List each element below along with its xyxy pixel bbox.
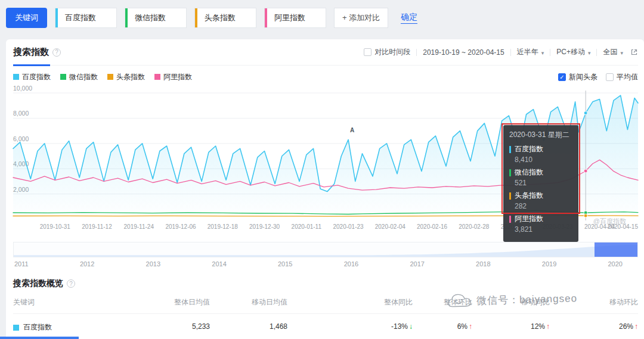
keyword-color-chip: [13, 325, 19, 331]
legend-label: 阿里指数: [163, 72, 192, 82]
keyword-tab-2[interactable]: 微信指数: [125, 8, 187, 28]
compare-period-label: 对比时间段: [374, 47, 410, 57]
keyword-tab-1[interactable]: 百度指数: [55, 8, 117, 28]
legend-label: 百度指数: [22, 72, 51, 82]
tab-color-stripe: [55, 8, 58, 27]
y-axis-label: 6,000: [13, 135, 29, 142]
legend-color-chip: [13, 74, 19, 80]
tooltip-series-label: 头条指数: [515, 191, 543, 201]
timeline-year-label: 2020: [608, 260, 623, 268]
legend-color-chip: [154, 74, 160, 80]
legend-toggle-2[interactable]: 平均值: [606, 72, 638, 82]
tooltip-item-3: 头条指数282: [509, 191, 572, 210]
timeline-years: 2011201220132014201520162017201820192020: [13, 257, 638, 268]
legend-toggle-1[interactable]: 新闻头条: [558, 72, 597, 82]
tooltip-color-bar: [509, 169, 511, 176]
keyword-label: 百度指数: [23, 322, 52, 332]
hover-dot: [584, 169, 587, 173]
x-axis-label: 2019-12-30: [249, 223, 280, 230]
chevron-down-icon: [620, 48, 623, 57]
checkbox-icon[interactable]: [606, 73, 614, 81]
legend-item-1[interactable]: 百度指数: [13, 72, 51, 82]
timeline-year-label: 2018: [476, 260, 490, 268]
table-header-4: 整体同比: [287, 297, 413, 307]
overview-title: 搜索指数概览: [13, 278, 63, 289]
tooltip-item-2: 微信指数521: [509, 167, 572, 187]
wechat-watermark: 微信号：baiyangseo: [446, 288, 578, 311]
compare-period-checkbox[interactable]: 对比时间段: [364, 47, 410, 57]
tooltip-series-name: 百度指数: [509, 144, 572, 154]
legend-item-3[interactable]: 头条指数: [107, 72, 145, 82]
trend-chart[interactable]: 10,0008,0006,0004,0002,0002019-10-312019…: [13, 88, 638, 237]
tooltip-series-value: 3,821: [515, 225, 572, 234]
tab-label: 阿里指数: [274, 13, 305, 23]
help-icon[interactable]: [52, 48, 61, 57]
time-range-select[interactable]: 近半年: [517, 47, 544, 57]
legend-item-4[interactable]: 阿里指数: [154, 72, 192, 82]
tooltip-color-bar: [509, 216, 511, 223]
brush-mini-chart: [14, 242, 637, 257]
panel-header: 搜索指数 对比时间段 2019-10-19 ~ 2020-04-15 近半年 P…: [13, 39, 638, 66]
keyword-cell: 百度指数: [13, 322, 144, 332]
value-cell-5: 12%↑: [472, 322, 550, 332]
tooltip-series-name: 头条指数: [509, 191, 572, 201]
timeline-year-label: 2019: [542, 260, 556, 268]
y-axis-label: 8,000: [13, 110, 29, 117]
help-icon[interactable]: [67, 279, 75, 288]
date-range: 2019-10-19 ~ 2020-04-15: [423, 48, 504, 57]
x-axis-label: 2020-01-23: [333, 223, 364, 230]
legend-color-chip: [107, 74, 113, 80]
x-axis-label: 2019-12-06: [165, 223, 196, 230]
keyword-button[interactable]: 关键词: [6, 8, 47, 28]
timeline-brush[interactable]: [13, 242, 638, 257]
tooltip-series-label: 百度指数: [515, 144, 543, 154]
legend-item-2[interactable]: 微信指数: [60, 72, 98, 82]
news-annotation-marker[interactable]: A: [350, 127, 354, 133]
chevron-down-icon: [588, 48, 591, 57]
divider: [416, 49, 417, 56]
checkbox-icon[interactable]: [558, 73, 566, 81]
device-select[interactable]: PC+移动: [556, 47, 590, 57]
timeline-year-label: 2017: [410, 260, 424, 268]
chart-tooltip: 2020-03-31 星期二 百度指数8,410微信指数521头条指数282阿里…: [503, 125, 578, 242]
divider: [550, 49, 550, 56]
tab-color-stripe: [125, 8, 128, 27]
confirm-link[interactable]: 确定: [401, 12, 417, 24]
series-legend: 百度指数微信指数头条指数阿里指数: [13, 72, 192, 82]
chart-controls: 对比时间段 2019-10-19 ~ 2020-04-15 近半年 PC+移动 …: [364, 47, 638, 57]
value-cell-1: 5,233: [144, 322, 210, 332]
x-axis-label: 2019-12-18: [208, 223, 239, 230]
tooltip-item-4: 阿里指数3,821: [509, 214, 572, 234]
tooltip-items: 百度指数8,410微信指数521头条指数282阿里指数3,821: [509, 144, 572, 234]
y-axis-label: 10,000: [13, 85, 32, 92]
tooltip-series-label: 阿里指数: [515, 214, 543, 224]
keyword-tab-4[interactable]: 阿里指数: [264, 8, 326, 28]
panel-title: 搜索指数: [13, 46, 49, 58]
region-select[interactable]: 全国: [603, 47, 623, 57]
hover-dot: [584, 214, 587, 217]
toggle-label: 平均值: [617, 72, 638, 82]
brush-selection[interactable]: [595, 242, 637, 257]
timeline-year-label: 2012: [80, 260, 94, 268]
timeline-year-label: 2015: [278, 260, 292, 268]
legend-row: 百度指数微信指数头条指数阿里指数 新闻头条平均值: [13, 68, 638, 86]
x-axis-label: 2020-02-04: [375, 223, 406, 230]
legend-color-chip: [60, 74, 66, 80]
chart-watermark: @百度指数: [593, 217, 626, 226]
checkbox-icon[interactable]: [364, 48, 371, 56]
timeline-year-label: 2014: [212, 260, 226, 268]
timeline-year-label: 2016: [344, 260, 358, 268]
external-link-icon[interactable]: [630, 48, 638, 56]
timeline-year-label: 2011: [14, 260, 29, 268]
x-axis-label: 2020-02-28: [459, 223, 490, 230]
tooltip-color-bar: [509, 192, 511, 200]
toggle-label: 新闻头条: [569, 72, 597, 82]
table-header-2: 整体日均值: [144, 297, 210, 307]
timeline-year-label: 2013: [146, 260, 160, 268]
add-compare-button[interactable]: + 添加对比: [334, 8, 388, 28]
x-axis-label: 2020-01-11: [292, 223, 322, 230]
horizontal-scrollbar-thumb[interactable]: [0, 337, 79, 339]
value-cell-2: 1,468: [210, 322, 287, 332]
value-cell-6: 26%↑: [550, 322, 638, 332]
keyword-tab-3[interactable]: 头条指数: [194, 8, 256, 28]
